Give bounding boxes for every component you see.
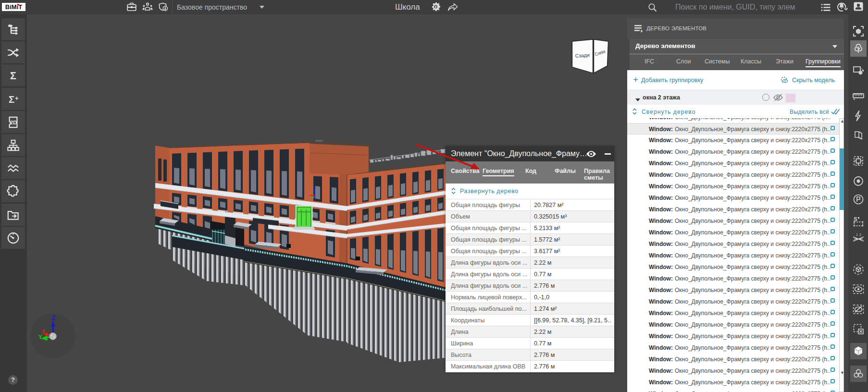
svg-text:X: X (42, 329, 45, 334)
svg-text:2D: 2D (10, 120, 17, 125)
svg-text:Σ: Σ (9, 94, 14, 104)
svg-text:1: 1 (856, 233, 858, 236)
svg-text:2: 2 (859, 233, 861, 236)
svg-text:Y: Y (38, 334, 42, 341)
svg-text:Z: Z (51, 314, 55, 321)
svg-text:Σ: Σ (10, 70, 16, 81)
svg-text:Сзади: Сзади (575, 52, 590, 59)
svg-text:S: S (854, 216, 857, 222)
svg-text:+: + (15, 94, 19, 101)
